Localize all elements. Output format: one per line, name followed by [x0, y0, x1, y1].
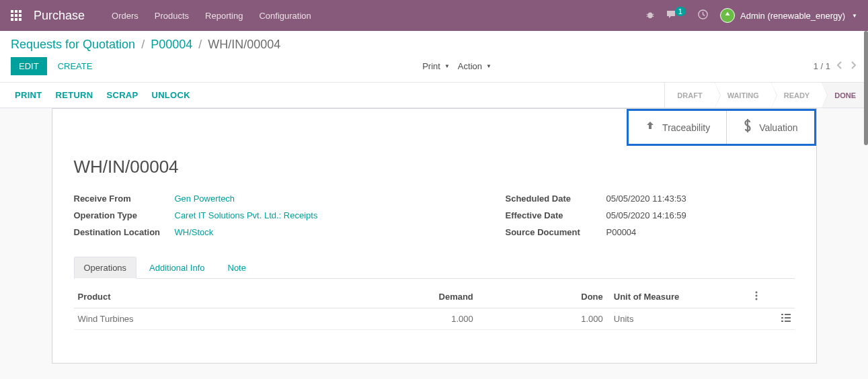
field-value[interactable]: Gen Powertech	[175, 194, 235, 204]
traceability-label: Traceability	[662, 122, 710, 133]
field-value: 05/05/2020 14:16:59	[606, 210, 686, 220]
field-label: Operation Type	[74, 210, 175, 220]
breadcrumb-row: Requests for Quotation / P00004 / WH/IN/…	[0, 31, 868, 52]
breadcrumb-sep: /	[141, 38, 145, 51]
svg-rect-21	[785, 314, 791, 315]
action-row: EDIT CREATE Print▼ Action▼ 1 / 1	[0, 52, 868, 83]
pager-next[interactable]	[849, 60, 857, 73]
field-receive-from: Receive From Gen Powertech	[74, 194, 318, 204]
action-label: Action	[458, 61, 482, 71]
create-button[interactable]: CREATE	[50, 57, 101, 75]
th-options[interactable]	[751, 286, 794, 308]
cell-detail-icon[interactable]	[751, 308, 794, 330]
step-done[interactable]: DONE	[822, 83, 868, 108]
th-uom: Unit of Measure	[607, 286, 751, 308]
field-value: 05/05/2020 11:43:53	[606, 194, 686, 204]
breadcrumb-current: WH/IN/00004	[208, 38, 280, 51]
dollar-icon	[743, 119, 752, 136]
step-ready[interactable]: READY	[771, 83, 822, 108]
chevron-down-icon: ▼	[486, 63, 491, 69]
valuation-label: Valuation	[759, 122, 797, 133]
scrollbar[interactable]	[864, 31, 868, 145]
field-scheduled-date: Scheduled Date 05/05/2020 11:43:53	[506, 194, 795, 204]
status-steps: DRAFT WAITING READY DONE	[664, 83, 868, 108]
breadcrumb: Requests for Quotation / P00004 / WH/IN/…	[11, 38, 857, 52]
svg-rect-4	[15, 14, 17, 17]
field-label: Source Document	[506, 227, 606, 237]
app-title[interactable]: Purchase	[34, 9, 85, 23]
th-demand: Demand	[348, 286, 477, 308]
action-center: Print▼ Action▼	[100, 61, 813, 71]
svg-point-17	[756, 292, 758, 294]
svg-point-19	[756, 298, 758, 300]
field-source-document: Source Document P00004	[506, 227, 795, 237]
topbar: Purchase Orders Products Reporting Confi…	[0, 0, 868, 31]
status-unlock[interactable]: UNLOCK	[151, 90, 190, 100]
tab-additional-info[interactable]: Additional Info	[139, 257, 214, 279]
field-operation-type: Operation Type Caret IT Solutions Pvt. L…	[74, 210, 318, 220]
nav-products[interactable]: Products	[155, 11, 189, 21]
field-value[interactable]: WH/Stock	[175, 227, 214, 237]
step-draft[interactable]: DRAFT	[664, 83, 714, 108]
field-value[interactable]: Caret IT Solutions Pvt. Ltd.: Receipts	[175, 210, 318, 220]
cell-uom: Units	[607, 308, 751, 330]
field-destination: Destination Location WH/Stock	[74, 227, 318, 237]
edit-button[interactable]: EDIT	[11, 57, 47, 75]
svg-line-12	[647, 15, 649, 16]
field-value: P00004	[606, 227, 637, 237]
svg-rect-6	[11, 18, 13, 21]
messages-icon[interactable]: 1	[667, 11, 686, 20]
stat-buttons: Traceability Valuation	[52, 109, 816, 146]
svg-rect-22	[781, 317, 783, 319]
svg-rect-24	[781, 321, 783, 322]
svg-rect-2	[19, 10, 22, 13]
nav-reporting[interactable]: Reporting	[205, 11, 243, 21]
pager-text: 1 / 1	[814, 61, 830, 71]
chevron-down-icon: ▼	[444, 63, 450, 69]
svg-rect-3	[11, 14, 13, 17]
svg-rect-20	[781, 314, 783, 315]
field-label: Destination Location	[74, 227, 175, 237]
breadcrumb-parent[interactable]: P00004	[151, 38, 192, 51]
svg-rect-8	[19, 18, 22, 21]
field-label: Effective Date	[506, 210, 606, 220]
print-label: Print	[422, 61, 440, 71]
breadcrumb-root[interactable]: Requests for Quotation	[11, 38, 135, 51]
fields-grid: Receive From Gen Powertech Operation Typ…	[74, 194, 795, 237]
tab-operations[interactable]: Operations	[74, 257, 137, 279]
svg-rect-23	[785, 317, 791, 319]
table-row[interactable]: Wind Turbines 1.000 1.000 Units	[74, 308, 795, 330]
th-product: Product	[74, 286, 348, 308]
svg-line-11	[652, 14, 654, 15]
sheet: Traceability Valuation WH/IN/00004 Recei…	[52, 108, 817, 364]
cell-done: 1.000	[477, 308, 607, 330]
field-label: Receive From	[74, 194, 175, 204]
svg-rect-1	[15, 10, 17, 13]
operations-table: Product Demand Done Unit of Measure Wind…	[74, 286, 795, 330]
svg-point-9	[647, 12, 652, 18]
valuation-button[interactable]: Valuation	[726, 111, 814, 144]
th-done: Done	[477, 286, 607, 308]
print-dropdown[interactable]: Print▼	[422, 61, 450, 71]
bug-icon[interactable]	[645, 10, 655, 22]
activity-icon[interactable]	[698, 9, 708, 22]
step-waiting[interactable]: WAITING	[715, 83, 771, 108]
nav-configuration[interactable]: Configuration	[259, 11, 311, 21]
apps-icon[interactable]	[11, 10, 22, 21]
cell-demand: 1.000	[348, 308, 477, 330]
status-scrap[interactable]: SCRAP	[106, 90, 138, 100]
user-menu[interactable]: Admin (renewable_energy) ▼	[720, 8, 857, 23]
arrow-up-icon	[645, 120, 656, 134]
svg-line-10	[647, 14, 649, 15]
pager-prev[interactable]	[836, 60, 844, 73]
nav-orders[interactable]: Orders	[112, 11, 139, 21]
fields-right: Scheduled Date 05/05/2020 11:43:53 Effec…	[506, 194, 795, 237]
chevron-down-icon: ▼	[852, 13, 857, 19]
action-dropdown[interactable]: Action▼	[458, 61, 491, 71]
status-print[interactable]: PRINT	[15, 90, 42, 100]
status-return[interactable]: RETURN	[56, 90, 93, 100]
svg-rect-25	[785, 321, 791, 322]
pager: 1 / 1	[814, 60, 857, 73]
tab-note[interactable]: Note	[218, 257, 256, 279]
traceability-button[interactable]: Traceability	[629, 111, 726, 144]
